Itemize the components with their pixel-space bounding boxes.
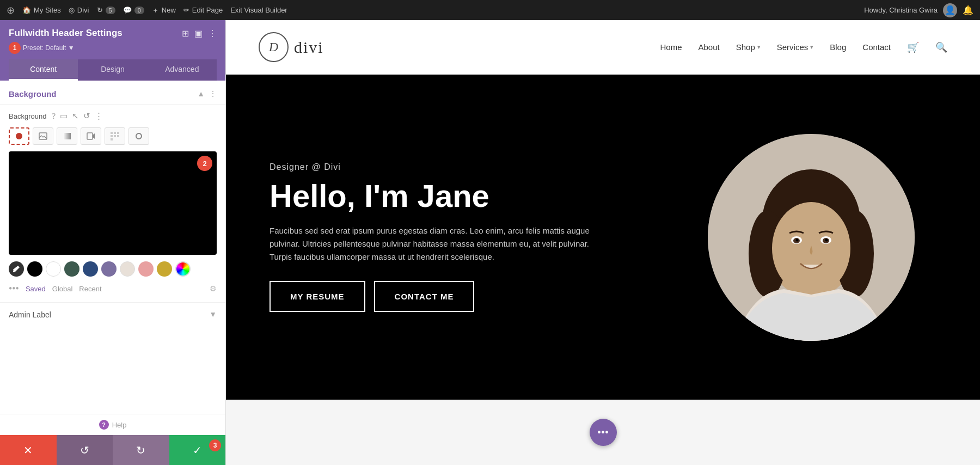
color-settings-icon[interactable]: ⚙	[210, 284, 217, 293]
svg-point-4	[13, 271, 15, 272]
tab-design[interactable]: Design	[78, 59, 147, 81]
bg-image-btn[interactable]	[33, 127, 53, 145]
site-nav: Home About Shop ▾ Services ▾ Blog Contac…	[660, 41, 947, 53]
cancel-icon: ✕	[23, 444, 33, 457]
swatch-pink[interactable]	[138, 261, 154, 277]
home-icon: 🏠	[22, 6, 31, 14]
floating-icon: •••	[597, 426, 609, 439]
nav-shop[interactable]: Shop ▾	[736, 42, 761, 52]
swatch-dark-blue[interactable]	[83, 261, 98, 277]
comments-menu[interactable]: 💬 0	[123, 6, 144, 14]
svg-point-18	[825, 238, 828, 241]
site-logo[interactable]: D divi	[259, 32, 324, 62]
undo-icon: ↺	[80, 444, 89, 457]
bg-help-icon[interactable]: ?	[52, 112, 56, 121]
help-icon: ?	[99, 420, 109, 430]
expand-icon[interactable]: ⊞	[182, 28, 189, 39]
color-tab-recent[interactable]: Recent	[79, 285, 101, 293]
admin-bar-right: Howdy, Christina Gwira 👤 🔔	[864, 3, 973, 17]
my-sites-menu[interactable]: 🏠 My Sites	[22, 6, 61, 14]
preset-label[interactable]: Preset: Default ▼	[23, 44, 75, 52]
color-picker-wheel[interactable]	[175, 261, 191, 277]
nav-about[interactable]: About	[698, 42, 719, 52]
notifications-icon[interactable]: 🔔	[963, 5, 973, 15]
hero-title: Hello, I'm Jane	[270, 179, 596, 213]
search-icon[interactable]: 🔍	[935, 41, 947, 53]
bg-video-btn[interactable]	[81, 127, 101, 145]
swatch-dark-green[interactable]	[64, 261, 79, 277]
undo-button[interactable]: ↺	[57, 435, 113, 465]
tab-content[interactable]: Content	[9, 59, 78, 81]
svg-rect-2	[63, 133, 71, 139]
step-2-badge: 2	[197, 156, 212, 171]
nav-blog[interactable]: Blog	[830, 42, 846, 52]
panel-title-row: Fullwidth Header Settings ⊞ ▣ ⋮	[9, 28, 217, 39]
admin-label-row[interactable]: Admin Label ▼	[0, 302, 225, 327]
panel-tabs: Content Design Advanced	[9, 59, 217, 81]
bg-more-icon[interactable]: ⋮	[95, 111, 103, 121]
new-menu[interactable]: ＋ New	[152, 5, 176, 15]
refresh-icon: ↻	[97, 6, 103, 14]
bg-label: Background	[9, 112, 46, 120]
layout-icon[interactable]: ▣	[194, 28, 203, 39]
bg-color-btn[interactable]	[9, 127, 29, 145]
help-text[interactable]: Help	[112, 421, 127, 429]
swatch-gold[interactable]	[157, 261, 172, 277]
swatch-light-beige[interactable]	[120, 261, 135, 277]
comment-icon: 💬	[123, 6, 132, 14]
panel-header: Fullwidth Header Settings ⊞ ▣ ⋮ 1 Preset…	[0, 20, 225, 81]
bg-pointer-icon[interactable]: ↖	[72, 111, 79, 121]
hero-person-svg	[708, 134, 915, 341]
admin-label-text: Admin Label	[9, 310, 51, 319]
eyedropper-tool[interactable]	[9, 261, 24, 277]
cancel-button[interactable]: ✕	[0, 435, 57, 465]
divi-menu[interactable]: ◎ Divi	[69, 6, 89, 14]
swatch-purple[interactable]	[101, 261, 117, 277]
site-header: D divi Home About Shop ▾ Services ▾ Blog…	[226, 20, 980, 75]
hero-buttons: MY RESUME CONTACT ME	[270, 281, 596, 312]
nav-contact[interactable]: Contact	[862, 42, 891, 52]
color-swatches-row	[0, 261, 225, 282]
swatch-black[interactable]	[27, 261, 42, 277]
page-preview: D divi Home About Shop ▾ Services ▾ Blog…	[226, 20, 980, 465]
hero-section: Designer @ Divi Hello, I'm Jane Faucibus…	[226, 75, 980, 400]
updates-menu[interactable]: ↻ 5	[97, 6, 115, 14]
color-preview-box[interactable]	[9, 151, 217, 255]
more-options-icon[interactable]: ⋮	[208, 28, 217, 39]
main-area: Fullwidth Header Settings ⊞ ▣ ⋮ 1 Preset…	[0, 20, 980, 465]
edit-page-button[interactable]: ✏ Edit Page	[183, 6, 223, 14]
svg-point-17	[796, 238, 799, 241]
bg-reset-icon[interactable]: ↺	[83, 111, 90, 121]
bg-device-icon[interactable]: ▭	[60, 111, 68, 121]
collapse-icon[interactable]: ▲	[197, 90, 205, 99]
resume-button[interactable]: MY RESUME	[270, 281, 365, 312]
wordpress-icon[interactable]: ⊕	[7, 4, 15, 16]
color-tab-global[interactable]: Global	[52, 285, 73, 293]
section-more-icon[interactable]: ⋮	[209, 89, 217, 99]
contact-button[interactable]: CONTACT ME	[374, 281, 475, 312]
redo-icon: ↻	[136, 444, 145, 457]
color-tab-saved[interactable]: Saved	[26, 285, 46, 293]
section-icons: ▲ ⋮	[197, 89, 217, 99]
bg-pattern-btn[interactable]	[105, 127, 125, 145]
bg-icons: ? ▭ ↖ ↺ ⋮	[52, 111, 103, 121]
panel-body: Background ▲ ⋮ Background ? ▭ ↖ ↺ ⋮	[0, 81, 225, 435]
nav-services[interactable]: Services ▾	[777, 42, 814, 52]
bg-mask-btn[interactable]	[128, 127, 149, 145]
redo-button[interactable]: ↻	[113, 435, 169, 465]
help-bar: ? Help	[0, 414, 225, 435]
avatar[interactable]: 👤	[943, 3, 957, 17]
exit-visual-builder-button[interactable]: Exit Visual Builder	[230, 6, 287, 14]
floating-action-button[interactable]: •••	[590, 419, 617, 446]
bg-gradient-btn[interactable]	[57, 127, 77, 145]
howdy-text: Howdy, Christina Gwira	[864, 6, 938, 14]
hero-content: Designer @ Divi Hello, I'm Jane Faucibus…	[270, 162, 596, 312]
tab-advanced[interactable]: Advanced	[148, 59, 217, 81]
swatch-white[interactable]	[46, 261, 61, 277]
logo-text: divi	[294, 38, 324, 57]
cart-icon[interactable]: 🛒	[907, 41, 919, 53]
save-button[interactable]: ✓ 3	[169, 435, 226, 465]
color-dots[interactable]: •••	[9, 283, 19, 295]
panel-title-icons: ⊞ ▣ ⋮	[182, 28, 217, 39]
nav-home[interactable]: Home	[660, 42, 682, 52]
